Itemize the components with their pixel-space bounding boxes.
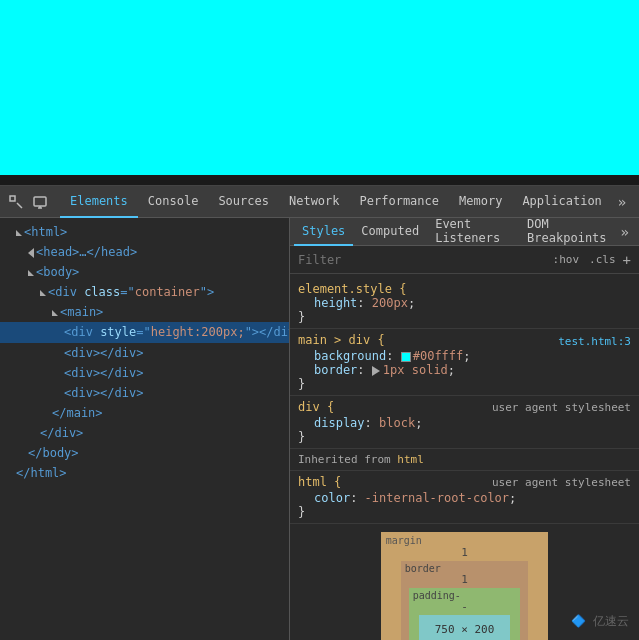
svg-rect-1 — [34, 197, 46, 206]
dom-div-container[interactable]: <div class="container"> — [0, 282, 289, 302]
padding-box: padding- - 750 × 200 - — [409, 588, 521, 640]
tab-sources[interactable]: Sources — [208, 186, 279, 218]
dom-panel: <html> <head>…</head> <body> <div class=… — [0, 218, 290, 640]
border-box: border 1 padding- - — [401, 561, 529, 640]
html-header: html { user agent stylesheet — [298, 475, 631, 491]
main-div-section: main > div { test.html:3 background: #00… — [290, 329, 639, 396]
css-close-main-div: } — [298, 377, 631, 391]
triangle-container[interactable] — [40, 290, 46, 296]
dom-div-container-close[interactable]: </div> — [0, 423, 289, 443]
right-panel: Styles Computed Event Listeners DOM Brea… — [290, 218, 639, 640]
dom-body[interactable]: <body> — [0, 262, 289, 282]
border-top-value: 1 — [461, 573, 468, 586]
filter-actions: :hov .cls + — [550, 252, 631, 268]
tab-network[interactable]: Network — [279, 186, 350, 218]
border-expand-icon[interactable] — [372, 366, 380, 376]
dom-main-close[interactable]: </main> — [0, 403, 289, 423]
sub-tab-styles[interactable]: Styles — [294, 218, 353, 246]
watermark-icon: 🔷 — [571, 614, 586, 628]
css-property-border: border: 1px solid; — [298, 363, 631, 377]
sub-tab-computed[interactable]: Computed — [353, 218, 427, 246]
dom-html[interactable]: <html> — [0, 222, 289, 242]
css-prop-val-height[interactable]: 200px — [372, 296, 408, 310]
svg-rect-0 — [10, 196, 15, 201]
inspect-icon[interactable] — [4, 190, 28, 214]
margin-label: margin — [386, 535, 422, 546]
padding-label: padding- — [413, 590, 461, 601]
filter-bar: :hov .cls + — [290, 246, 639, 274]
add-style-button[interactable]: + — [623, 252, 631, 268]
device-icon[interactable] — [28, 190, 52, 214]
tab-memory[interactable]: Memory — [449, 186, 512, 218]
sub-tab-more-icon[interactable]: » — [615, 222, 635, 242]
more-tabs-icon[interactable]: » — [612, 190, 632, 214]
element-style-selector: element.style { — [298, 282, 631, 296]
user-agent-label-div: user agent stylesheet — [492, 401, 631, 414]
content-box: 750 × 200 — [419, 615, 511, 640]
css-property-height: height: 200px; — [298, 296, 631, 310]
triangle-main[interactable] — [52, 310, 58, 316]
element-style-section: element.style { height: 200px; } — [290, 278, 639, 329]
dom-body-close[interactable]: </body> — [0, 443, 289, 463]
css-close-element: } — [298, 310, 631, 324]
css-prop-name-height[interactable]: height — [298, 296, 357, 310]
padding-top-row: - — [419, 600, 511, 613]
sub-tab-dom-breakpoints[interactable]: DOM Breakpoints — [519, 218, 614, 246]
preview-content — [0, 0, 639, 175]
dom-div-selected[interactable]: <div style="height:200px;"></div> == $0 — [0, 322, 289, 343]
user-agent-label-html: user agent stylesheet — [492, 476, 631, 489]
color-swatch-bg[interactable] — [401, 352, 411, 362]
css-prop-val-display[interactable]: block — [379, 416, 415, 430]
dom-div-4[interactable]: <div></div> — [0, 383, 289, 403]
tab-performance[interactable]: Performance — [350, 186, 449, 218]
inherited-tag: html — [397, 453, 424, 466]
css-property-color: color: -internal-root-color; — [298, 491, 631, 505]
triangle-html[interactable] — [16, 230, 22, 236]
styles-panel: element.style { height: 200px; } main > … — [290, 274, 639, 640]
main-div-header: main > div { test.html:3 — [298, 333, 631, 349]
css-prop-name-display[interactable]: display — [298, 416, 365, 430]
watermark-text: 亿速云 — [593, 614, 629, 628]
triangle-head[interactable] — [28, 248, 34, 258]
css-selector-div: div { — [298, 400, 334, 414]
content-dimensions: 750 × 200 — [435, 623, 495, 636]
tab-elements[interactable]: Elements — [60, 186, 138, 218]
dom-main[interactable]: <main> — [0, 302, 289, 322]
dom-head[interactable]: <head>…</head> — [0, 242, 289, 262]
div-section: div { user agent stylesheet display: blo… — [290, 396, 639, 449]
css-prop-val-bg[interactable]: #00ffff — [413, 349, 464, 363]
margin-box: margin 1 border 1 — [381, 532, 549, 640]
css-source-test[interactable]: test.html:3 — [558, 335, 631, 348]
margin-top-row: 1 — [401, 546, 529, 559]
dom-div-3[interactable]: <div></div> — [0, 363, 289, 383]
filter-cls-button[interactable]: .cls — [586, 252, 619, 267]
css-prop-name-color[interactable]: color — [298, 491, 350, 505]
css-prop-val-color[interactable]: -internal-root-color — [365, 491, 510, 505]
css-prop-name-bg[interactable]: background — [298, 349, 386, 363]
watermark: 🔷 亿速云 — [571, 613, 629, 630]
css-prop-val-border[interactable]: 1px solid — [383, 363, 448, 377]
triangle-body[interactable] — [28, 270, 34, 276]
css-selector-element: element.style { — [298, 282, 406, 296]
box-model-wrapper: margin 1 border 1 — [381, 532, 549, 640]
css-property-display: display: block; — [298, 416, 631, 430]
settings-icon[interactable]: ⋮ — [632, 190, 639, 214]
dom-div-2[interactable]: <div></div> — [0, 343, 289, 363]
devtools-panel: Elements Console Sources Network Perform… — [0, 185, 639, 640]
margin-top-value: 1 — [461, 546, 468, 559]
css-prop-name-border[interactable]: border — [298, 363, 357, 377]
sub-tab-bar: Styles Computed Event Listeners DOM Brea… — [290, 218, 639, 246]
css-close-html: } — [298, 505, 631, 519]
tab-icons — [4, 190, 52, 214]
tab-console[interactable]: Console — [138, 186, 209, 218]
sub-tab-event-listeners[interactable]: Event Listeners — [427, 218, 519, 246]
css-selector-html: html { — [298, 475, 341, 489]
filter-hov-button[interactable]: :hov — [550, 252, 583, 267]
filter-input[interactable] — [298, 253, 550, 267]
dom-html-close[interactable]: </html> — [0, 463, 289, 483]
border-top-row: 1 — [409, 573, 521, 586]
tab-application[interactable]: Application — [512, 186, 611, 218]
border-label: border — [405, 563, 441, 574]
preview-area — [0, 0, 639, 185]
html-section: html { user agent stylesheet color: -int… — [290, 471, 639, 524]
